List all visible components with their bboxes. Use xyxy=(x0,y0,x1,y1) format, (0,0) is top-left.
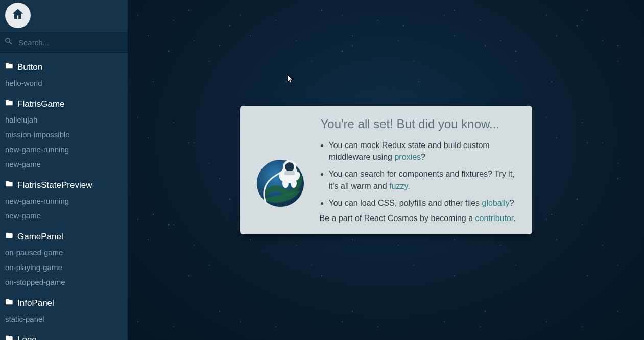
tip-link[interactable]: proxies xyxy=(394,153,421,161)
fixture-item[interactable]: on-playing-game xyxy=(5,260,123,275)
search-input[interactable] xyxy=(18,38,123,47)
sidebar: Buttonhello-worldFlatrisGamehallelujahmi… xyxy=(0,0,128,340)
fixture-item[interactable]: on-paused-game xyxy=(5,245,123,260)
svg-rect-8 xyxy=(284,171,295,175)
folder-icon xyxy=(5,62,17,72)
fixture-item[interactable]: hello-world xyxy=(5,76,123,90)
tip-post: ? xyxy=(510,199,514,207)
tip-link[interactable]: fuzzy xyxy=(389,182,408,190)
main-canvas: You're all set! But did you know... xyxy=(128,0,644,340)
fixture-item[interactable]: new-game-running xyxy=(5,142,123,157)
footer-post: . xyxy=(513,214,515,223)
component-name: InfoPanel xyxy=(17,298,54,308)
folder-icon xyxy=(5,298,17,308)
component-name: Button xyxy=(17,62,42,72)
component-header[interactable]: GamePanel xyxy=(5,228,123,245)
svg-point-7 xyxy=(291,179,297,188)
fixture-item[interactable]: new-game-running xyxy=(5,193,123,208)
tip-post: . xyxy=(408,182,410,190)
svg-point-3 xyxy=(285,162,294,172)
component-header[interactable]: Button xyxy=(5,59,123,76)
tips-list: You can mock Redux state and build custo… xyxy=(320,139,518,209)
fixture-item[interactable]: hallelujah xyxy=(5,112,123,127)
component-name: FlatrisStatePreview xyxy=(17,180,92,190)
tip-post: ? xyxy=(421,153,425,161)
folder-icon xyxy=(5,99,17,109)
component-tree: Buttonhello-worldFlatrisGamehallelujahmi… xyxy=(0,53,128,340)
tip-item: You can load CSS, polyfills and other fi… xyxy=(329,197,518,209)
fixture-item[interactable]: static-panel xyxy=(5,311,123,326)
tip-item: You can mock Redux state and build custo… xyxy=(329,139,518,163)
svg-point-6 xyxy=(282,179,289,188)
fixture-item[interactable]: on-stopped-game xyxy=(5,275,123,289)
welcome-title: You're all set! But did you know... xyxy=(321,117,518,131)
component-name: GamePanel xyxy=(17,232,63,242)
home-button[interactable] xyxy=(5,3,31,28)
folder-icon xyxy=(5,334,17,340)
astronaut-illustration xyxy=(254,139,311,223)
fixture-item[interactable]: mission-impossible xyxy=(5,127,123,142)
footer-line: Be a part of React Cosmos by becoming a … xyxy=(320,214,518,223)
footer-pre: Be a part of React Cosmos by becoming a xyxy=(320,214,475,223)
tip-pre: You can load CSS, polyfills and other fi… xyxy=(329,199,482,207)
tip-link[interactable]: globally xyxy=(482,199,510,207)
home-icon xyxy=(11,7,25,23)
tip-item: You can search for components and fixtur… xyxy=(329,168,518,191)
search-row xyxy=(0,32,128,53)
component-header[interactable]: FlatrisStatePreview xyxy=(5,177,123,193)
fixture-item[interactable]: new-game xyxy=(5,157,123,172)
folder-icon xyxy=(5,231,17,242)
component-header[interactable]: Logo xyxy=(5,331,123,340)
component-name: Logo xyxy=(17,335,37,341)
cursor-icon xyxy=(287,74,294,84)
component-header[interactable]: InfoPanel xyxy=(5,295,123,311)
search-icon xyxy=(4,37,18,48)
footer-link[interactable]: contributor xyxy=(475,214,514,223)
component-name: FlatrisGame xyxy=(17,99,65,109)
tip-pre: You can search for components and fixtur… xyxy=(329,169,515,190)
component-header[interactable]: FlatrisGame xyxy=(5,95,123,112)
folder-icon xyxy=(5,180,17,190)
fixture-item[interactable]: new-game xyxy=(5,208,123,223)
welcome-card: You're all set! But did you know... xyxy=(240,106,532,234)
